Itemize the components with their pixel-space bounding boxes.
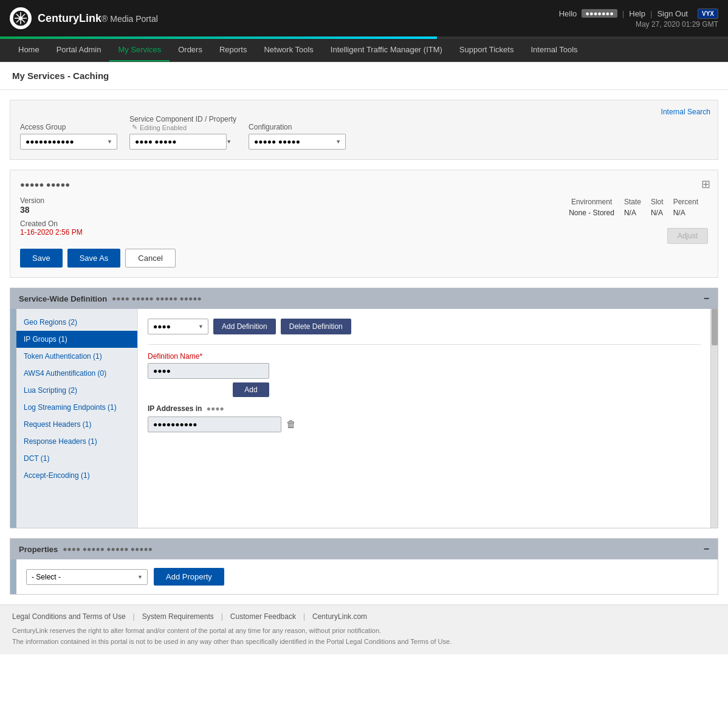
nav-portal-admin[interactable]: Portal Admin [48,39,110,61]
hello-text: Hello [559,9,577,18]
nav-network-tools[interactable]: Network Tools [255,39,321,61]
ip-row: 🗑 [148,417,701,432]
sidebar-item-aws4[interactable]: AWS4 Authentification (0) [16,365,137,382]
slot-header: Slot [651,196,673,207]
sidebar: Geo Regions (2) IP Groups (1) Token Auth… [16,309,138,528]
sidebar-item-dct[interactable]: DCT (1) [16,450,137,467]
page: My Services - Caching Internal Search Ac… [0,62,728,595]
service-wide-body: Geo Regions (2) IP Groups (1) Token Auth… [10,309,718,528]
service-wide-subtitle: ●●●● ●●●●● ●●●●● ●●●●● [112,294,202,303]
properties-title: Properties [19,545,58,554]
logo-area: CenturyLink® Media Portal [10,7,158,29]
percent-value: N/A [673,207,708,218]
properties-left-accent [10,559,16,594]
nav: Home Portal Admin My Services Orders Rep… [0,39,728,62]
header-user: Hello ●●●●●●● | Help | Sign Out VYX [559,9,718,19]
properties-title-area: Properties ●●●● ●●●●● ●●●●● ●●●●● [19,545,153,554]
help-link[interactable]: Help [629,9,645,18]
page-title: My Services - Caching [0,62,728,90]
sidebar-item-accept-encoding[interactable]: Accept-Encoding (1) [16,467,137,484]
config-version-value: 38 [20,205,176,215]
env-header: Environment [569,196,624,207]
sidebar-item-lua[interactable]: Lua Scripting (2) [16,382,137,399]
configuration-select[interactable]: ●●●●● ●●●●● [249,134,346,150]
footer: Legal Conditions and Terms of Use | Syst… [0,604,728,654]
def-name-input[interactable] [148,363,269,379]
sidebar-item-log-streaming[interactable]: Log Streaming Endpoints (1) [16,399,137,416]
access-group-select-wrapper: ●●●●●●●●●●● [20,134,117,150]
scrollbar[interactable] [710,309,718,528]
sidebar-item-token-auth[interactable]: Token Authentication (1) [16,348,137,365]
footer-links: Legal Conditions and Terms of Use | Syst… [12,612,716,621]
properties-header: Properties ●●●● ●●●●● ●●●●● ●●●●● − [10,539,718,559]
nav-home[interactable]: Home [10,39,48,61]
content-area: ●●●● Add Definition Delete Definition De… [138,309,710,528]
header-date: May 27, 2020 01:29 GMT [636,20,718,29]
form-row: Access Group ●●●●●●●●●●● Service Compone… [20,115,708,150]
footer-system-req[interactable]: System Requirements [142,612,214,621]
service-component-field: Service Component ID / Property ✎ Editin… [129,115,236,150]
logo-icon [10,7,32,29]
sidebar-item-geo-regions[interactable]: Geo Regions (2) [16,314,137,331]
header-right: Hello ●●●●●●● | Help | Sign Out VYX May … [559,9,718,29]
ip-input[interactable] [148,417,281,432]
footer-feedback[interactable]: Customer Feedback [230,612,296,621]
service-component-label: Service Component ID / Property ✎ Editin… [129,115,236,131]
add-definition-button[interactable]: Add Definition [213,319,276,334]
username: ●●●●●●● [582,9,617,18]
percent-header: Percent [673,196,708,207]
properties-body: - Select - Add Property [16,559,718,594]
config-created-date: 1-16-2020 2:56 PM [20,228,83,237]
prop-select-wrapper: - Select - [26,569,148,585]
nav-support-tickets[interactable]: Support Tickets [451,39,523,61]
sign-out-link[interactable]: Sign Out [657,9,688,18]
delete-ip-button[interactable]: 🗑 [285,418,297,431]
sidebar-item-request-headers[interactable]: Request Headers (1) [16,416,137,433]
def-select-wrapper: ●●●● [148,319,208,334]
service-component-select[interactable]: ●●●● ●●●●● [129,134,227,150]
footer-legal[interactable]: Legal Conditions and Terms of Use [12,612,126,621]
top-panel: Internal Search Access Group ●●●●●●●●●●●… [10,100,718,160]
divider [148,344,701,345]
def-name-label: Definition Name* [148,352,701,361]
save-button[interactable]: Save [20,249,63,268]
configuration-select-wrapper: ●●●●● ●●●●● [249,134,346,150]
svg-point-1 [19,16,22,20]
adjust-button: Adjust [667,228,708,244]
cancel-button[interactable]: Cancel [125,249,175,268]
internal-search-link[interactable]: Internal Search [661,108,710,116]
access-group-select[interactable]: ●●●●●●●●●●● [20,134,117,150]
env-value: None - Stored [569,207,624,218]
nav-my-services[interactable]: My Services [109,39,170,61]
save-as-button[interactable]: Save As [67,249,121,268]
configuration-label: Configuration [249,123,346,131]
service-wide-section: Service-Wide Definition ●●●● ●●●●● ●●●●●… [10,288,718,528]
nav-reports[interactable]: Reports [211,39,256,61]
footer-text1: CenturyLink reserves the right to alter … [12,626,716,637]
service-wide-title-area: Service-Wide Definition ●●●● ●●●●● ●●●●●… [19,294,202,303]
properties-row: - Select - Add Property [26,568,708,586]
sidebar-item-response-headers[interactable]: Response Headers (1) [16,433,137,450]
ip-group-name: ●●●● [207,404,224,413]
logo-text: CenturyLink® Media Portal [38,12,158,25]
properties-body-wrapper: - Select - Add Property [10,559,718,594]
add-property-button[interactable]: Add Property [154,568,224,586]
editing-enabled: ✎ Editing Enabled [132,123,236,131]
sidebar-item-ip-groups[interactable]: IP Groups (1) [16,331,137,348]
footer-centurylink[interactable]: CenturyLink.com [312,612,367,621]
def-select[interactable]: ●●●● [148,319,208,334]
delete-definition-button[interactable]: Delete Definition [281,319,351,334]
nav-itm[interactable]: Intelligent Traffic Manager (ITM) [322,39,451,61]
configuration-field: Configuration ●●●●● ●●●●● [249,123,346,150]
header: CenturyLink® Media Portal Hello ●●●●●●● … [0,0,728,36]
add-small-button[interactable]: Add [233,382,269,397]
properties-toggle[interactable]: − [704,544,709,555]
section-left-accent [10,309,16,528]
footer-text2: The information contained in this portal… [12,637,716,648]
config-grid-icon: ⊞ [701,178,710,191]
service-wide-toggle[interactable]: − [704,293,709,304]
nav-internal-tools[interactable]: Internal Tools [522,39,586,61]
prop-select[interactable]: - Select - [26,569,148,585]
nav-orders[interactable]: Orders [170,39,211,61]
config-card-body: Version 38 Created On 1-16-2020 2:56 PM … [20,196,708,268]
